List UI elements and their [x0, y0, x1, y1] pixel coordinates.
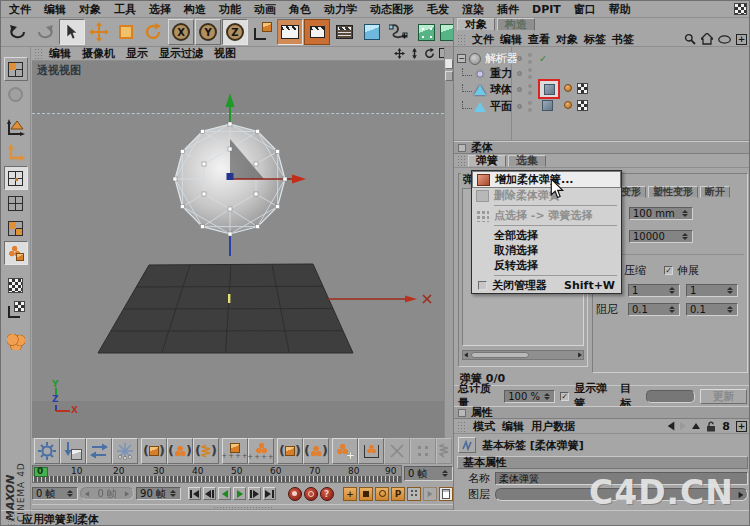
viewport-menu-grip[interactable]: [34, 48, 43, 59]
current-frame-spinner[interactable]: [441, 470, 449, 477]
viewport-menu-filter[interactable]: 显示过滤: [159, 46, 203, 61]
menu-delete-softbody-spring[interactable]: 删除柔体弹簧: [472, 188, 621, 203]
lock-z-button[interactable]: Z: [222, 19, 248, 45]
render-settings-button[interactable]: [331, 19, 357, 45]
sound-button[interactable]: [423, 487, 437, 501]
menu-render[interactable]: 渲染: [462, 2, 484, 17]
panel-collapse-icon[interactable]: [458, 144, 466, 152]
menu-deselect-all[interactable]: 取消选择: [472, 243, 621, 258]
mass-spinner[interactable]: [543, 393, 551, 400]
menu-point-to-spring-selection[interactable]: 点选择 -> 弹簧选择: [472, 208, 621, 223]
end-frame-spinner[interactable]: [169, 490, 177, 497]
init-state-button[interactable]: [60, 438, 86, 464]
add-spline-button[interactable]: [386, 19, 412, 45]
edges-mode-button[interactable]: [4, 191, 28, 215]
tab-break[interactable]: 断开: [700, 186, 730, 198]
stiffness1-field[interactable]: 1: [628, 284, 680, 297]
undo-button[interactable]: [5, 19, 31, 45]
render-picture-viewer-button[interactable]: [304, 19, 330, 45]
damping2-spinner[interactable]: [726, 306, 734, 313]
points-polygons-mode-button[interactable]: [4, 241, 28, 265]
menu-window[interactable]: 窗口: [574, 2, 596, 17]
damping1-field[interactable]: 0.1: [628, 303, 680, 316]
influence-field[interactable]: 10000: [629, 230, 693, 243]
mass-field[interactable]: 100 %: [504, 390, 555, 403]
texture-axis-mode-button[interactable]: [4, 298, 28, 322]
tree-row-gravity[interactable]: 重力: [454, 66, 750, 81]
menu-close-manager[interactable]: 关闭管理器 Shift+W: [472, 278, 621, 293]
menu-help[interactable]: 帮助: [609, 2, 631, 17]
om-menu-tags[interactable]: 标签: [584, 32, 606, 47]
points-mode-button[interactable]: [4, 166, 28, 190]
menu-hair[interactable]: 毛发: [427, 2, 449, 17]
spring-list-scrollbar[interactable]: [462, 350, 584, 360]
target-field[interactable]: [646, 390, 695, 403]
key-rotation-button[interactable]: [375, 487, 389, 501]
menu-invert-selection[interactable]: 反转选择: [472, 258, 621, 273]
dynamics-tag-icon[interactable]: [564, 84, 572, 92]
viewport-menu-view[interactable]: 视图: [214, 46, 236, 61]
menu-file[interactable]: 文件: [9, 2, 31, 17]
menu-edit[interactable]: 编辑: [44, 2, 66, 17]
render-dot[interactable]: [528, 60, 532, 64]
pan-view-icon[interactable]: [394, 48, 405, 59]
basic-properties-section[interactable]: 基本属性: [457, 456, 748, 469]
goto-end-button[interactable]: [263, 487, 276, 500]
tab-structure[interactable]: 构造: [497, 18, 535, 31]
add-hypernurbs-button[interactable]: [413, 19, 439, 45]
menu-select-all[interactable]: 全部选择: [472, 228, 621, 243]
key-parameter-button[interactable]: P: [391, 487, 405, 501]
uvw-tag-icon[interactable]: [577, 83, 588, 94]
plane-object[interactable]: [61, 256, 441, 366]
sphere-object[interactable]: [154, 89, 310, 249]
key-pla-button[interactable]: [407, 487, 421, 501]
lock-y-button[interactable]: Y: [195, 19, 221, 45]
animation-objects-button[interactable]: [4, 330, 28, 354]
tab-selection[interactable]: 选集: [508, 155, 546, 167]
attr-grip[interactable]: [457, 421, 466, 432]
connect-particles-button[interactable]: ++++: [248, 438, 274, 464]
solver-settings-button[interactable]: [34, 438, 60, 464]
viewport[interactable]: 透视视图: [32, 61, 444, 438]
stiffness1-spinner[interactable]: [668, 287, 676, 294]
eye-icon[interactable]: [718, 35, 731, 44]
add-cube-button[interactable]: [359, 19, 385, 45]
bake-particles-button[interactable]: (): [167, 438, 193, 464]
zoom-view-icon[interactable]: [409, 48, 420, 59]
workflow-button[interactable]: [439, 487, 453, 501]
attr-menu-mode[interactable]: 模式: [473, 419, 495, 434]
om-menu-bookmarks[interactable]: 书签: [612, 32, 634, 47]
key-scale-button[interactable]: [359, 487, 373, 501]
tree-row-sphere[interactable]: 球体: [454, 81, 750, 98]
new-panel-icon[interactable]: +: [736, 34, 747, 45]
keyframe-selection-button[interactable]: ?: [320, 487, 334, 501]
om-menu-objects[interactable]: 对象: [556, 32, 578, 47]
viewport-menu-edit[interactable]: 编辑: [49, 46, 71, 61]
link-icon[interactable]: 8: [722, 420, 730, 433]
polygons-mode-button[interactable]: [4, 216, 28, 240]
menu-structure[interactable]: 构造: [184, 2, 206, 17]
editor-dot[interactable]: [528, 84, 532, 88]
stiffness2-spinner[interactable]: [726, 287, 734, 294]
collider-tag-icon[interactable]: [542, 100, 553, 111]
splitter-grip-bottom[interactable]: [445, 71, 453, 81]
prev-frame-button[interactable]: [203, 487, 216, 500]
lock-x-button[interactable]: X: [168, 19, 194, 45]
next-frame-button[interactable]: [248, 487, 261, 500]
record-keyframe-button[interactable]: [288, 487, 302, 501]
end-frame-field[interactable]: 90 帧: [136, 487, 181, 500]
viewport-menu-display[interactable]: 显示: [126, 46, 148, 61]
length-spinner[interactable]: [681, 210, 689, 217]
visibility-dot[interactable]: [517, 56, 522, 61]
collapse-icon[interactable]: −: [457, 54, 466, 63]
softbody-grip[interactable]: [457, 155, 466, 166]
enabled-check-icon[interactable]: ✓: [539, 53, 547, 64]
om-menu-edit[interactable]: 编辑: [500, 32, 522, 47]
disabled-arrows-button[interactable]: [384, 438, 410, 464]
new-attr-panel-icon[interactable]: +: [736, 421, 747, 432]
menu-mograph[interactable]: 动态图形: [370, 2, 414, 17]
layout-window-icon[interactable]: [734, 3, 747, 15]
swap-state-button[interactable]: [86, 438, 112, 464]
om-menu-view[interactable]: 查看: [528, 32, 550, 47]
disabled-points-button[interactable]: [410, 438, 436, 464]
